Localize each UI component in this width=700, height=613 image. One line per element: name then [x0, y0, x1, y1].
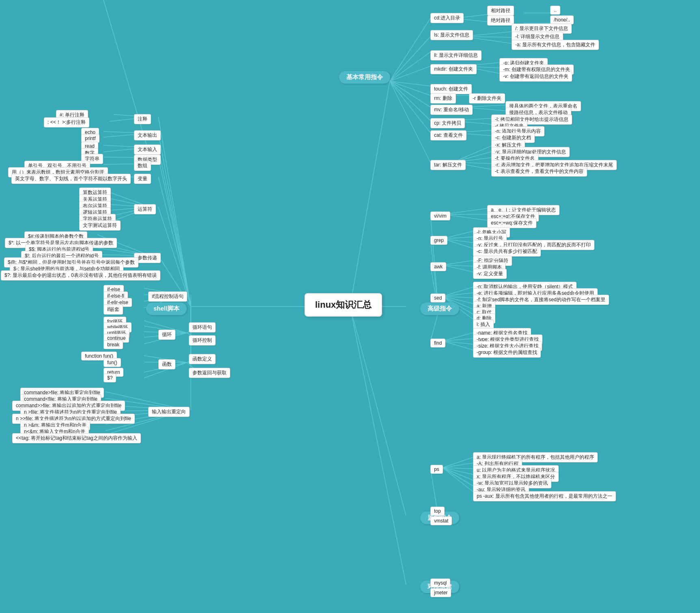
svg-line-5 [390, 18, 430, 81]
svg-line-49 [443, 260, 477, 265]
node-ps: ps [430, 465, 443, 474]
svg-line-69 [443, 468, 477, 475]
node-loop: 循环 [158, 330, 175, 340]
category-shell: shell脚本 [146, 302, 187, 315]
node-vi: vi/vim [430, 212, 450, 220]
svg-line-79 [158, 177, 191, 306]
node-sed: sed [430, 294, 445, 302]
node-grep: grep [430, 236, 447, 245]
node-cd-rel: 相对路径 [487, 6, 514, 16]
node-rm: rm: 删除 [430, 93, 456, 104]
node-cd: cd:进入目录 [430, 13, 464, 23]
svg-line-71 [443, 468, 477, 488]
svg-line-72 [443, 468, 477, 495]
node-ann2: : <<！ >:多行注释 [44, 117, 89, 127]
node-mv: mv: 重命名/移动 [430, 105, 473, 115]
svg-line-7 [390, 52, 430, 81]
node-annotation: 注释 [134, 114, 151, 124]
node-funcget: 参数返回与获取 [189, 368, 230, 378]
node-textin: 文本输入 [134, 145, 161, 155]
node-vi3: esc+:+wq:保存文件 [487, 218, 536, 228]
node-cd-abs-val: /hone/.. [550, 15, 574, 24]
node-array-label: 数组 [134, 161, 151, 171]
category-basic: 基本常用指令 [339, 71, 390, 84]
node-cp: cp: 文件拷贝 [430, 118, 465, 128]
svg-line-53 [443, 292, 477, 296]
svg-line-60 [443, 338, 477, 341]
node-awk3: -v: 定义变量 [473, 269, 507, 279]
node-variable: 变量 [134, 174, 151, 184]
svg-line-54 [443, 296, 477, 298]
svg-line-61 [443, 341, 477, 345]
node-funcfun2: fun() [104, 358, 121, 367]
node-looplang: 循环语句 [189, 322, 216, 332]
svg-line-68 [443, 468, 477, 469]
svg-line-77 [158, 147, 191, 306]
node-cat: cat: 查看文件 [430, 130, 467, 140]
svg-line-75 [158, 117, 191, 306]
node-p7: $?: 显示最后命令的退出状态，0表示没有错误，其他任何值表明有错误 [1, 270, 160, 281]
svg-line-41 [430, 312, 439, 341]
node-ls: ls: 显示文件信息 [430, 30, 473, 40]
node-rm1: -r 删除文件夹 [469, 93, 505, 104]
node-ps7: ps -aux: 显示所有包含其他使用者的行程，是最常用的方法之一 [473, 491, 616, 501]
node-var-rule: 英文字母、数字、下划线，首个字符不能以数字开头 [11, 174, 131, 184]
node-if4: if嵌套 [104, 304, 123, 315]
svg-line-10 [390, 81, 430, 95]
svg-line-67 [443, 462, 477, 468]
node-func: 函数 [158, 359, 175, 369]
svg-line-14 [390, 81, 430, 162]
svg-line-3 [350, 306, 406, 585]
svg-line-46 [443, 237, 477, 239]
center-node: linux知识汇总 [305, 293, 382, 317]
node-cd-rel-val: .. [550, 6, 560, 15]
node-find4: -group: 根据文件的属组查找 [473, 348, 541, 358]
node-touch: touch: 创建文件 [430, 84, 472, 94]
node-cd-abs: 绝对路径 [487, 15, 514, 26]
node-ll: ll: 显示文件详细信息 [430, 50, 482, 60]
svg-line-0 [350, 81, 390, 306]
node-grep4: -c: 显示共共有多少行被匹配 [473, 246, 541, 257]
svg-line-51 [443, 265, 477, 273]
node-funcdef: 函数定义 [189, 354, 216, 364]
svg-line-48 [443, 239, 477, 250]
svg-line-11 [390, 81, 430, 107]
node-top: top [430, 507, 445, 516]
svg-line-9 [390, 81, 430, 86]
node-op6: 文字测试运算符 [79, 220, 121, 231]
svg-line-45 [443, 230, 477, 239]
node-textout: 文本输出 [134, 130, 161, 140]
node-redirect: 输入输出重定向 [148, 407, 190, 417]
node-funcdollar: $? [104, 373, 116, 382]
node-tar-t: -t: 表示查看文件，查看文件中的文件内容 [491, 166, 587, 177]
svg-line-8 [390, 66, 430, 81]
node-break: break [104, 340, 123, 349]
svg-line-70 [443, 468, 477, 482]
svg-line-12 [390, 81, 430, 121]
node-vmstat: vmstat [430, 516, 452, 525]
node-mkdir3: -v: 创建带有返回信息的文件夹 [499, 71, 572, 82]
category-advanced: 高级指令 [420, 302, 459, 315]
node-ls3: -a: 显示所有文件信息，包含隐藏文件 [512, 40, 599, 50]
svg-line-59 [443, 332, 477, 341]
svg-line-62 [443, 341, 477, 351]
svg-line-47 [443, 239, 477, 243]
svg-line-78 [158, 158, 191, 306]
node-find: find [430, 339, 445, 348]
node-jmeter: jmeter [430, 588, 451, 597]
svg-line-52 [443, 286, 477, 296]
svg-line-2 [350, 306, 406, 516]
svg-line-6 [390, 37, 430, 81]
node-mkdir: mkdir: 创建文件夹 [430, 64, 477, 74]
svg-line-76 [158, 133, 191, 306]
node-tar: tar: 解压文件 [430, 160, 466, 170]
svg-line-50 [443, 265, 477, 266]
node-ifctrl: if流程控制语句 [148, 291, 187, 302]
svg-line-13 [390, 81, 430, 133]
node-r8: <<tag: 将开始标记tag和结束标记tag之间的内容作为输入 [12, 433, 141, 443]
node-operator: 运算符 [134, 204, 156, 214]
mindmap-container: linux知识汇总 基本常用指令 高级指令 监控指令 环境搭建 shell脚本 … [0, 0, 700, 613]
svg-line-66 [443, 456, 477, 468]
node-awk: awk [430, 262, 446, 271]
node-mysql: mysql [430, 578, 450, 587]
